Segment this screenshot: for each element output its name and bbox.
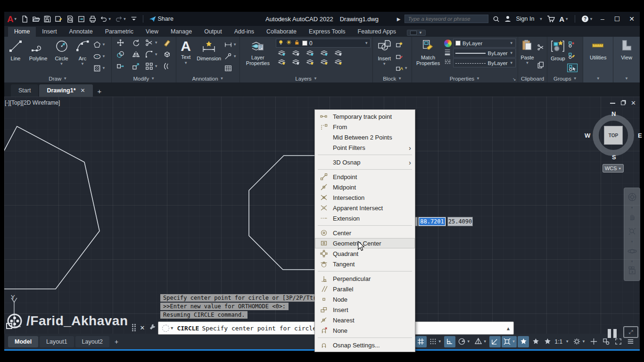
annotation-panel-label[interactable]: Annotation▼ (176, 74, 239, 82)
open-file-icon[interactable] (32, 15, 40, 23)
drawing-minimize-icon[interactable] (610, 103, 615, 104)
block-panel-label[interactable]: Block▼ (373, 74, 412, 82)
fillet-tool-icon[interactable]: ▼ (144, 50, 159, 58)
mirror-tool-icon[interactable] (131, 50, 141, 58)
ribbon-tab-express-tools[interactable]: Express Tools (303, 27, 352, 37)
insert-dropdown-icon[interactable]: ▼ (382, 62, 386, 66)
arc-button[interactable]: Arc ▼ (73, 38, 92, 74)
undo-icon[interactable]: ▼ (100, 15, 112, 23)
new-file-icon[interactable] (21, 15, 29, 23)
scale-tool-icon[interactable] (131, 62, 141, 70)
create-block-icon[interactable] (395, 41, 409, 49)
ribbon-tab-add-ins[interactable]: Add-ins (228, 27, 260, 37)
layer-tool-icon[interactable] (333, 58, 343, 66)
annotation-visibility-toggle[interactable] (518, 336, 529, 347)
object-snap-dropdown-icon[interactable]: ▼ (512, 339, 516, 344)
define-attributes-icon[interactable]: ▼ (395, 65, 409, 72)
layout-tab-layout2[interactable]: Layout2 (75, 336, 109, 347)
view-button[interactable]: View (615, 38, 638, 74)
layout-tab-model[interactable]: Model (8, 336, 38, 347)
command-dropdown-icon[interactable]: ▼ (171, 326, 173, 330)
command-drag-handle[interactable] (132, 324, 136, 332)
autocad-logo-icon[interactable]: A▼ (7, 15, 17, 24)
ribbon-tab-manage[interactable]: Manage (165, 27, 198, 37)
ribbon-display-toggle[interactable]: ▼ (407, 30, 426, 36)
ribbon-tab-parametric[interactable]: Parametric (99, 27, 140, 37)
annotation-scale-dropdown-icon[interactable]: ▼ (565, 339, 569, 344)
ribbon-tab-view[interactable]: View (140, 27, 165, 37)
new-layout-button[interactable]: + (111, 338, 122, 346)
layer-tool-icon[interactable] (291, 49, 301, 57)
export-icon[interactable] (77, 15, 85, 23)
menu-item-osnap-settings[interactable]: Osnap Settings... (315, 340, 415, 350)
drawing-restore-icon[interactable] (621, 101, 625, 105)
dimension-style-icon[interactable]: ▼ (223, 41, 238, 49)
ribbon-tab-annotate[interactable]: Annotate (63, 27, 99, 37)
layout-tab-layout1[interactable]: Layout1 (40, 336, 74, 347)
polar-tracking-toggle[interactable]: ▼ (456, 336, 472, 347)
layer-tool-icon[interactable] (305, 58, 315, 66)
linetype-dropdown[interactable]: ByLayer ▼ (453, 58, 516, 67)
group-edit-icon[interactable] (567, 52, 578, 59)
circle-button[interactable]: Circle ▼ (50, 38, 73, 74)
isometric-drafting-toggle[interactable]: ▼ (473, 336, 488, 347)
text-button[interactable]: A Text ▼ (177, 38, 194, 74)
zoom-extents-icon[interactable] (628, 227, 636, 237)
menu-item-intersection[interactable]: Intersection (315, 192, 415, 203)
polar-tracking-dropdown-icon[interactable]: ▼ (467, 339, 471, 344)
grid-display-dropdown-icon[interactable]: ▼ (438, 339, 442, 344)
menu-item-geometric-center[interactable]: Geometric Center (315, 238, 415, 248)
color-wheel-icon[interactable] (444, 40, 452, 47)
snap-mode-toggle[interactable] (415, 336, 427, 347)
annotation-autoscale-toggle[interactable] (530, 336, 541, 347)
share-button[interactable]: Share (149, 15, 173, 23)
command-close-icon[interactable]: ✕ (140, 324, 145, 331)
menu-item-midpoint[interactable]: Midpoint (315, 182, 415, 192)
user-icon[interactable] (504, 15, 512, 23)
arc-dropdown-icon[interactable]: ▼ (81, 62, 84, 66)
dimension-button[interactable]: Dimension (194, 38, 223, 74)
sign-in-dropdown-icon[interactable]: ▼ (539, 17, 543, 21)
save-as-icon[interactable] (55, 15, 63, 23)
circle-dropdown-icon[interactable]: ▼ (60, 62, 64, 66)
copy-clip-icon[interactable] (536, 61, 545, 69)
search-input[interactable] (405, 15, 488, 23)
help-icon[interactable]: ? ▼ (581, 15, 593, 23)
viewcube[interactable]: N W E S TOP (591, 113, 636, 157)
viewcube-west[interactable]: W (585, 132, 590, 139)
rotate-tool-icon[interactable] (131, 39, 141, 47)
annotation-monitor-toggle[interactable] (588, 336, 599, 347)
ungroup-icon[interactable] (567, 41, 578, 48)
layer-tool-icon[interactable] (319, 49, 329, 57)
viewcube-north[interactable]: N (611, 110, 616, 117)
menu-item-apparent-intersect[interactable]: Apparent Intersect (315, 203, 415, 213)
copy-tool-icon[interactable] (116, 50, 125, 58)
layer-properties-button[interactable]: Layer Properties (241, 38, 275, 74)
view-panel-label[interactable]: ▼ (613, 74, 640, 82)
grid-display-toggle[interactable]: ▼ (428, 336, 443, 347)
workspace-switching-dropdown-icon[interactable]: ▼ (582, 339, 586, 344)
ortho-mode-toggle[interactable] (444, 336, 455, 347)
workspace-switching-toggle[interactable]: ▼ (571, 336, 587, 347)
menu-item-endpoint[interactable]: Endpoint (315, 172, 415, 182)
menu-item-quadrant[interactable]: Quadrant (315, 248, 415, 259)
dynamic-input-y[interactable]: 25.4090 (447, 217, 473, 226)
minimize-button[interactable]: – (597, 15, 608, 23)
search-icon[interactable] (493, 16, 500, 23)
menu-item-perpendicular[interactable]: Perpendicular (315, 273, 415, 284)
group-button[interactable]: Group (548, 38, 567, 74)
ribbon-tab-home[interactable]: Home (8, 27, 36, 37)
ribbon-tab-insert[interactable]: Insert (36, 27, 63, 37)
ribbon-tab-output[interactable]: Output (198, 27, 228, 37)
menu-item-temporary-track-point[interactable]: Temporary track point (315, 111, 415, 122)
autodesk-app-icon[interactable]: A▼ (559, 15, 569, 23)
menu-item-none[interactable]: None (315, 325, 415, 336)
object-color-dropdown[interactable]: ByLayer ▼ (453, 39, 516, 48)
tab-drawing1[interactable]: Drawing1* ✕ (39, 84, 92, 97)
layer-tool-icon[interactable] (333, 49, 343, 57)
navigation-wheel-icon[interactable] (627, 192, 637, 203)
table-tool-icon[interactable] (223, 65, 238, 72)
lineweight-icon[interactable] (444, 49, 452, 58)
menu-item-insert[interactable]: Insert (315, 304, 415, 315)
layer-tool-icon[interactable] (277, 49, 287, 57)
